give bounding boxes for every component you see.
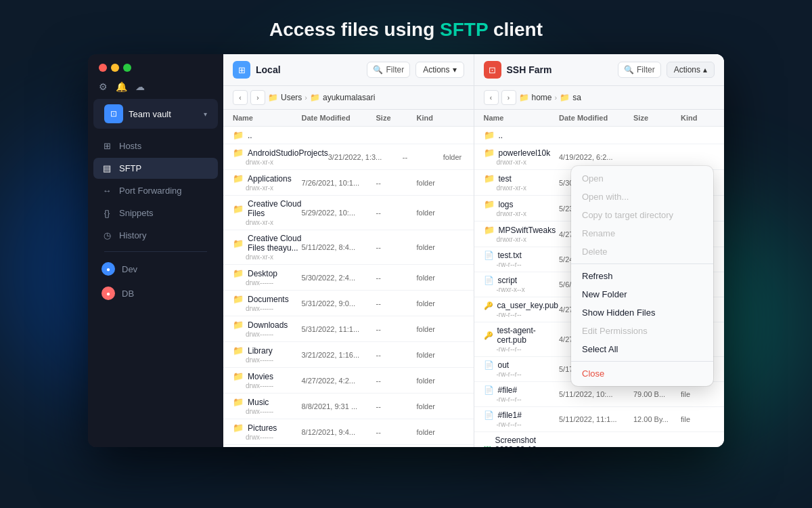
- sidebar-item-history[interactable]: ◷ History: [93, 225, 218, 246]
- file-name-cell: 📁Music drwx------: [233, 397, 302, 415]
- folder-icon: 📁: [268, 93, 278, 102]
- bell-icon[interactable]: 🔔: [116, 81, 127, 92]
- table-row[interactable]: 📁Pictures drwx------ 8/12/2021, 9:4... -…: [223, 419, 474, 445]
- col-size: Size: [376, 114, 417, 122]
- col-size: Size: [633, 114, 681, 122]
- file-name-cell: 📁Documents drwx------: [233, 294, 302, 312]
- team-vault-selector[interactable]: ⊡ Team vault ▾: [93, 99, 218, 129]
- sidebar-item-label: DB: [122, 289, 134, 299]
- ssh-filter-button[interactable]: 🔍 Filter: [618, 62, 661, 78]
- file-name-cell: 🖼Screenshot 2022-03-12 111.... -rw-r--r-…: [484, 436, 560, 447]
- file-name-cell: 📁powerlevel10k drwxr-xr-x: [484, 148, 560, 166]
- folder-icon: 📁: [233, 294, 244, 304]
- file-name-cell: 📁Downloads drwx------: [233, 320, 302, 338]
- ctx-refresh[interactable]: Refresh: [571, 267, 713, 285]
- ctx-select-all[interactable]: Select All: [571, 340, 713, 358]
- table-row[interactable]: 📁AndroidStudioProjects drwx-xr-x 3/21/20…: [223, 144, 474, 170]
- file-name-cell: 📄#file1# -rw-r--r--: [484, 410, 560, 428]
- table-row[interactable]: 📁..: [223, 127, 474, 144]
- folder-icon: 📁: [233, 173, 244, 184]
- file-name-cell: 📁Creative Cloud Files theayu... drwx-xr-…: [233, 234, 302, 261]
- search-icon: 🔍: [373, 65, 383, 75]
- sidebar-item-label: History: [119, 230, 146, 240]
- breadcrumb-ayukumalasari[interactable]: 📁 ayukumalasari: [310, 93, 375, 102]
- table-row[interactable]: 📁Desktop drwx------ 5/30/2022, 2:4... --…: [223, 265, 474, 291]
- col-name: Name: [233, 114, 302, 122]
- table-row[interactable]: 📁Music drwx------ 8/8/2021, 9:31 ... -- …: [223, 394, 474, 419]
- folder-icon: 📁: [233, 268, 244, 278]
- local-table-header: Name Date Modified Size Kind: [223, 110, 474, 127]
- sidebar-item-snippets[interactable]: {} Snippets: [93, 203, 218, 224]
- ctx-new-folder[interactable]: New Folder: [571, 285, 713, 303]
- back-button[interactable]: ‹: [233, 90, 248, 105]
- page-title: Access files using SFTP client: [0, 0, 812, 54]
- folder-icon: 📁: [310, 93, 320, 102]
- folder-icon: 📁: [484, 199, 495, 209]
- sidebar-item-db[interactable]: ● DB: [93, 282, 218, 305]
- ssh-table-header: Name Date Modified Size Kind: [474, 110, 725, 127]
- cloud-icon[interactable]: ☁: [135, 81, 145, 92]
- window-controls: [88, 54, 223, 81]
- ctx-show-hidden[interactable]: Show Hidden Files: [571, 303, 713, 322]
- ssh-pane-icon: ⊡: [484, 61, 501, 79]
- table-row[interactable]: 📄#file1# -rw-r--r-- 5/11/2022, 11:1... 1…: [474, 407, 725, 432]
- db-icon: ●: [102, 287, 115, 300]
- team-vault-label: Team vault: [129, 109, 198, 119]
- breadcrumb-sa[interactable]: 📁 sa: [560, 93, 581, 102]
- sidebar-divider: [104, 251, 207, 252]
- settings-icon[interactable]: ⚙: [99, 81, 108, 92]
- breadcrumb-users[interactable]: 📁 Users: [268, 93, 302, 102]
- table-row[interactable]: 📁Public drwxr-xr-x 7/26/2021, 9:4... -- …: [223, 445, 474, 447]
- history-icon: ◷: [102, 230, 112, 240]
- ctx-divider2: [571, 361, 713, 362]
- dev-icon: ●: [102, 262, 115, 276]
- file-name-cell: 🔑test-agent-cert.pub -rw-r--r--: [484, 326, 560, 353]
- image-icon: 🖼: [484, 446, 491, 447]
- table-row[interactable]: 🖼Screenshot 2022-03-12 111.... -rw-r--r-…: [474, 432, 725, 447]
- ctx-copy-to-target: Copy to target directory: [571, 206, 713, 224]
- file-name-cell: 📄out -rw-r--r--: [484, 360, 560, 378]
- sidebar-item-port-forwarding[interactable]: ↔ Port Forwarding: [93, 180, 218, 201]
- table-row[interactable]: 📁Documents drwx------ 5/31/2022, 9:0... …: [223, 291, 474, 316]
- file-name-cell: 📁AndroidStudioProjects drwx-xr-x: [233, 148, 328, 166]
- context-menu: Open Open with... Copy to target directo…: [571, 166, 713, 386]
- table-row[interactable]: 📁Downloads drwx------ 5/31/2022, 11:1...…: [223, 316, 474, 342]
- folder-icon: 📁: [484, 173, 495, 184]
- file-name-cell: 📁Movies drwx------: [233, 371, 302, 389]
- col-name: Name: [484, 114, 560, 122]
- forward-button[interactable]: ›: [250, 90, 265, 105]
- sftp-icon: ▤: [102, 163, 112, 173]
- table-row[interactable]: 📁Library drwx------ 3/21/2022, 1:16... -…: [223, 342, 474, 368]
- ssh-actions-button[interactable]: Actions ▴: [667, 62, 715, 78]
- chevron-down-icon: ▾: [453, 65, 457, 75]
- forward-button[interactable]: ›: [501, 90, 516, 105]
- back-button[interactable]: ‹: [484, 90, 499, 105]
- col-date: Date Modified: [302, 114, 376, 122]
- table-row[interactable]: 📁Applications drwx-xr-x 7/26/2021, 10:1.…: [223, 170, 474, 196]
- folder-icon: 📁: [233, 397, 244, 407]
- file-name-cell: 📁logs drwxr-xr-x: [484, 199, 560, 217]
- breadcrumb-home[interactable]: 📁 home: [519, 93, 552, 102]
- table-row[interactable]: 📁Creative Cloud Files theayu... drwx-xr-…: [223, 230, 474, 265]
- sidebar-item-hosts[interactable]: ⊞ Hosts: [93, 135, 218, 156]
- team-vault-chevron-icon: ▾: [204, 110, 207, 118]
- table-row[interactable]: 📁Movies drwx------ 4/27/2022, 4:2... -- …: [223, 368, 474, 394]
- sidebar-item-sftp[interactable]: ▤ SFTP: [93, 158, 218, 179]
- file-name-cell: 📄script -rwxr-x--x: [484, 276, 560, 293]
- ssh-pane-header: ⊡ SSH Farm 🔍 Filter Actions ▴: [474, 54, 725, 86]
- local-actions-button[interactable]: Actions ▾: [415, 62, 464, 78]
- minimize-dot[interactable]: [111, 64, 119, 72]
- sidebar-item-dev[interactable]: ● Dev: [93, 257, 218, 280]
- folder-icon: 📁: [519, 93, 529, 102]
- hosts-icon: ⊞: [102, 141, 112, 151]
- ctx-rename: Rename: [571, 224, 713, 242]
- maximize-dot[interactable]: [123, 64, 131, 72]
- folder-icon: 📁: [484, 130, 495, 140]
- local-filter-button[interactable]: 🔍 Filter: [367, 62, 410, 78]
- ctx-close[interactable]: Close: [571, 364, 713, 383]
- sidebar: ⚙ 🔔 ☁ ⊡ Team vault ▾ ⊞ Hosts ▤ SFTP ↔ Po…: [88, 54, 223, 447]
- table-row[interactable]: 📁Creative Cloud Files drwx-xr-x 5/29/202…: [223, 196, 474, 230]
- local-pane-header: ⊞ Local 🔍 Filter Actions ▾: [223, 54, 474, 86]
- close-dot[interactable]: [99, 64, 107, 72]
- table-row[interactable]: 📁..: [474, 127, 725, 144]
